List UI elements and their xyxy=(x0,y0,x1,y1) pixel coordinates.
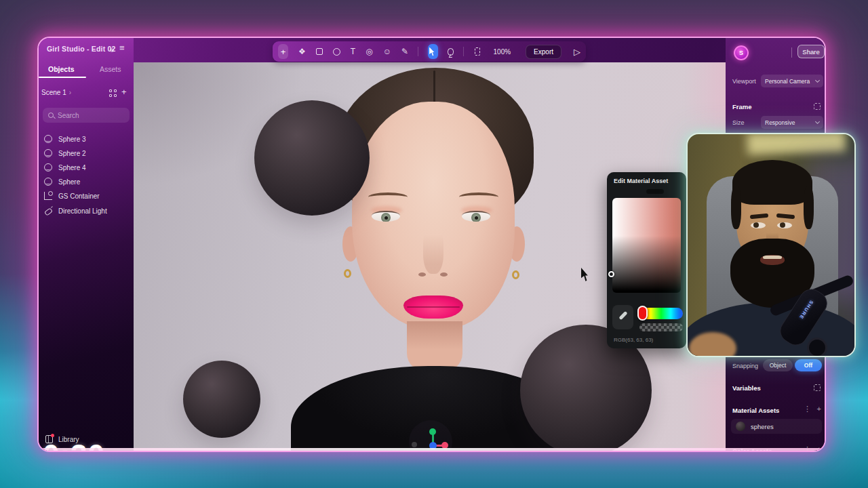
circle-icon xyxy=(333,48,340,56)
search-placeholder: Search xyxy=(58,112,79,119)
scene-label: Scene 1 xyxy=(41,89,66,96)
edit-material-panel: Edit Material Asset RGB(63, 63, 63) xyxy=(607,172,686,348)
color-assets-menu-icon[interactable]: ⋮ xyxy=(804,445,811,452)
size-label: Size xyxy=(732,119,745,126)
earring-left xyxy=(344,269,351,278)
pen-tool[interactable]: ✎ xyxy=(401,47,408,56)
ai-sparkle-tool[interactable]: ❖ xyxy=(298,47,306,56)
eyedropper-button[interactable] xyxy=(612,305,633,329)
size-value: Responsive xyxy=(765,119,795,126)
model-nose xyxy=(423,225,443,274)
active-tab-underline xyxy=(39,77,86,78)
comment-tool[interactable] xyxy=(448,48,454,56)
background-light-bar xyxy=(747,133,846,155)
user-avatar[interactable]: S xyxy=(734,45,749,60)
saturation-value-picker[interactable] xyxy=(612,198,681,293)
nostril-left xyxy=(418,272,426,277)
scene-sphere-1[interactable] xyxy=(254,100,370,216)
sphere-icon xyxy=(44,135,52,143)
object-row-gs-container[interactable]: GS Container xyxy=(44,190,130,202)
ellipse-tool[interactable] xyxy=(333,48,340,56)
alpha-slider[interactable] xyxy=(639,323,683,331)
zoom-level[interactable]: 100% xyxy=(494,48,511,56)
cursor-icon xyxy=(429,47,436,56)
gizmo-axis-dot xyxy=(412,442,417,447)
material-thumbnail xyxy=(736,422,745,431)
model-brow-left xyxy=(368,192,408,202)
select-tool-active[interactable] xyxy=(428,44,438,59)
window-title: Girl Studio - Edit 02 xyxy=(47,45,116,53)
object-label: Sphere xyxy=(58,178,80,186)
object-label: Sphere 3 xyxy=(58,136,86,143)
material-assets-add-icon[interactable]: + xyxy=(817,405,821,413)
snapping-object-button[interactable]: Object xyxy=(763,359,793,371)
size-select[interactable]: Responsive xyxy=(761,116,823,129)
export-button[interactable]: Export xyxy=(526,45,561,59)
presenter-eye-left xyxy=(751,222,766,228)
frame-fit-icon[interactable] xyxy=(814,103,821,110)
color-assets-header: Color Assets xyxy=(732,447,772,452)
left-sidebar: Girl Studio - Edit 02 ≡ Objects Assets S… xyxy=(39,38,134,451)
viewport-label: Viewport xyxy=(732,78,756,85)
teeth xyxy=(763,256,782,259)
iris xyxy=(471,213,481,222)
iris xyxy=(381,213,391,222)
search-input[interactable]: Search xyxy=(43,108,130,123)
chevron-right-icon: › xyxy=(69,89,71,96)
material-asset-name: spheres xyxy=(751,423,774,430)
play-button[interactable]: ▷ xyxy=(574,47,580,57)
text-tool[interactable]: T xyxy=(351,47,355,56)
model-eye-left xyxy=(372,211,400,222)
video-timestamp: 0:30 xyxy=(43,439,105,452)
sphere-3d-tool[interactable]: ◎ xyxy=(366,47,372,56)
search-icon xyxy=(48,113,54,118)
model-neck xyxy=(407,321,462,373)
model-lips xyxy=(403,296,463,319)
hamburger-menu-icon[interactable]: ≡ xyxy=(119,43,125,53)
object-row-sphere[interactable]: Sphere xyxy=(44,176,130,188)
variables-section-header: Variables xyxy=(732,384,761,392)
viewport-select[interactable]: Personal Camera xyxy=(761,75,823,87)
scene-breadcrumb[interactable]: Scene 1› xyxy=(41,89,71,96)
video-frame: Girl Studio - Edit 02 ≡ Objects Assets S… xyxy=(0,0,868,488)
object-row-sphere4[interactable]: Sphere 4 xyxy=(44,161,130,174)
tab-assets[interactable]: Assets xyxy=(100,65,121,73)
material-asset-spheres[interactable]: spheres xyxy=(731,419,822,434)
gizmo-x-handle[interactable] xyxy=(441,442,448,449)
layout-grid-icon[interactable] xyxy=(109,89,117,97)
scene-sphere-2[interactable] xyxy=(183,361,260,438)
panel-handle[interactable] xyxy=(646,189,664,194)
object-row-directional-light[interactable]: Directional Light xyxy=(44,205,130,217)
rectangle-icon xyxy=(316,48,323,55)
earring-right xyxy=(512,270,519,279)
presenter-mouth xyxy=(760,255,785,265)
nostril-right xyxy=(440,272,448,277)
rectangle-tool[interactable] xyxy=(316,48,323,55)
material-assets-header: Material Assets xyxy=(732,407,779,414)
chevron-down-icon xyxy=(815,78,820,83)
add-object-button[interactable]: + xyxy=(121,87,127,97)
emoji-tool[interactable]: ☺ xyxy=(383,47,391,56)
window-control-dot[interactable] xyxy=(110,48,114,52)
material-assets-menu-icon[interactable]: ⋮ xyxy=(804,405,811,413)
color-picker-knob[interactable] xyxy=(608,271,614,277)
hue-slider-knob[interactable] xyxy=(637,306,648,321)
share-button[interactable]: Share xyxy=(797,45,825,58)
microphone-brand-label: SHURE xyxy=(798,300,814,321)
gizmo-y-handle[interactable] xyxy=(429,428,436,435)
gizmo-center-handle[interactable] xyxy=(429,442,437,449)
presenter-eye-right xyxy=(777,222,792,228)
object-row-sphere2[interactable]: Sphere 2 xyxy=(44,147,130,159)
viewport-value: Personal Camera xyxy=(765,78,810,85)
frame-tool[interactable] xyxy=(475,47,480,56)
object-label: GS Container xyxy=(58,192,100,200)
container-icon xyxy=(44,192,52,200)
add-tool-button[interactable]: + xyxy=(278,44,288,59)
object-row-sphere3[interactable]: Sphere 3 xyxy=(44,133,130,145)
snapping-off-button[interactable]: Off xyxy=(795,359,822,371)
variables-expand-icon[interactable] xyxy=(814,384,821,391)
toolbar-divider xyxy=(418,47,418,56)
color-assets-add-icon[interactable]: + xyxy=(817,445,821,452)
tab-objects[interactable]: Objects xyxy=(48,65,75,73)
object-label: Sphere 2 xyxy=(58,150,86,157)
